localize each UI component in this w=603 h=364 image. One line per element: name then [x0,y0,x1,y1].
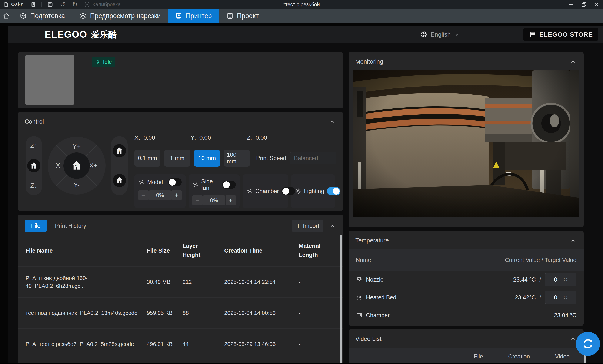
step-0.1mm-button[interactable]: 0.1 mm [134,150,161,167]
project-icon [226,12,234,20]
file-name: PLA_тест с резьбой_PLA0.2_5m25s.gcode [25,340,147,348]
printer-thumbnail [25,55,74,105]
material-length: - [299,310,332,316]
nozzle-target-input[interactable]: 0 °C [545,273,576,286]
z-up-label: Z↑ [30,142,37,149]
file-menu[interactable]: Файл [0,0,27,9]
brand-logo: ELEGOO [45,29,87,40]
chevron-up-icon [329,223,336,229]
file-size: 959.05 KB [147,309,175,318]
step-1mm-button[interactable]: 1 mm [164,150,190,167]
material-length: - [299,341,332,347]
home-icon [2,12,10,20]
refresh-button[interactable] [576,332,600,356]
heated-bed-target-input[interactable]: 0 °C [545,291,576,304]
layer-height: 44 [183,341,224,347]
home-x-button[interactable]: x [111,136,128,166]
home-z-icon: z [29,161,38,170]
chevron-down-icon [454,32,459,37]
col-material-length: Material Length [299,242,324,260]
plus-button[interactable]: + [226,195,236,205]
file-size: 496.01 KB [147,340,175,349]
tab-project[interactable]: Проект [219,9,266,23]
col-creation-time: Creation Time [224,248,299,254]
x-axis-label: X: [134,134,140,141]
home-z-button[interactable]: z [25,155,42,176]
close-icon [594,1,600,7]
home-y-button[interactable]: y [111,166,128,195]
tab-file[interactable]: File [25,220,47,232]
language-selector[interactable]: English [420,31,459,38]
table-row[interactable]: PLA_тест с резьбой_PLA0.2_5m25s.gcode 49… [18,329,343,360]
restore-button[interactable] [578,0,590,9]
side-fan-label: Side fan [201,178,220,191]
side-fan-card: Side fan − 0% + [188,174,240,208]
table-row[interactable]: PLA_шкив двойной 160-40_PLA0.2_6h28m.gc.… [18,266,343,297]
y-plus-button[interactable]: Y+ [72,143,81,150]
step-10mm-button[interactable]: 10 mm [194,150,220,167]
notes-button[interactable] [27,0,39,9]
heated-bed-icon [356,294,363,301]
table-row[interactable]: тест под подшипник_PLA0.2_13m40s.gcode 9… [18,297,343,329]
notes-icon [30,2,36,7]
chamber-fan-toggle[interactable] [281,187,295,195]
heated-bed-target-unit: °C [561,295,567,300]
z-down-button[interactable]: Z↓ [25,176,42,195]
files-collapse-button[interactable] [328,222,336,230]
tab-prepare[interactable]: Подготовка [12,9,72,23]
home-button[interactable] [0,9,12,23]
material-length: - [299,279,332,285]
model-fan-toggle[interactable] [168,178,182,186]
axis-coordinates: X: 0.00 Y: 0.00 Z: 0.00 [134,134,336,141]
model-fan-label: Model [147,179,163,186]
calibration-button[interactable]: Калибровка [81,0,124,9]
z-up-button[interactable]: Z↑ [25,136,42,155]
titlebar: Файл ↺ ↻ Калибровка *тест с резьбой [0,0,603,9]
video-list-title: Video List [355,336,381,342]
step-100mm-button[interactable]: 100 mm [224,150,250,167]
temperature-collapse-button[interactable] [569,236,577,245]
elegoo-store-button[interactable]: ELEGOO STORE [523,28,599,41]
lighting-toggle[interactable] [327,187,340,195]
heated-bed-target-value: 0 [554,294,557,301]
minus-button[interactable]: − [192,195,203,205]
import-button[interactable]: + Import [292,220,324,232]
layers-icon [79,12,87,20]
z-axis-label: Z: [247,134,252,141]
tab-printer[interactable]: Принтер [168,9,219,23]
y-minus-button[interactable]: Y- [74,181,80,189]
undo-button[interactable]: ↺ [57,0,69,9]
plus-button[interactable]: + [172,190,182,200]
camera-feed [353,70,579,217]
side-fan-value[interactable]: 0% [203,195,225,205]
file-table-header: File Name File Size Layer Height Creatio… [18,235,343,266]
redo-button[interactable]: ↻ [69,0,81,9]
tab-print-history[interactable]: Print History [55,223,86,229]
creation-time: 2025-12-04 14:22:54 [224,279,299,285]
tab-slice-preview[interactable]: Предпросмотр нарезки [72,9,168,23]
chamber-fan-card: Chamber [243,174,288,208]
z-coordinate: Z: 0.00 [247,134,303,141]
save-icon [47,1,53,7]
heated-bed-label: Heated Bed [366,294,396,301]
side-fan-toggle[interactable] [222,181,236,189]
home-all-button[interactable]: all [63,152,90,179]
x-plus-button[interactable]: X+ [89,162,97,170]
print-speed-select[interactable]: Balanced [290,152,336,164]
xy-home-pill: x y [111,136,128,195]
control-collapse-button[interactable] [328,117,336,126]
import-label: Import [303,223,319,229]
plus-icon: + [296,222,301,229]
value-divider: / [539,276,541,283]
monitoring-collapse-button[interactable] [569,57,577,66]
model-fan-value[interactable]: 0% [149,190,171,200]
file-list-scrollbar[interactable] [340,235,342,364]
calibration-icon [84,1,90,7]
y-axis-value: 0.00 [199,134,211,141]
close-button[interactable] [590,0,603,9]
minus-button[interactable]: − [138,190,149,200]
minimize-button[interactable] [565,0,578,9]
model-fan-card: Model − 0% + [134,174,186,208]
x-minus-button[interactable]: X- [56,162,62,170]
save-button[interactable] [44,0,57,9]
